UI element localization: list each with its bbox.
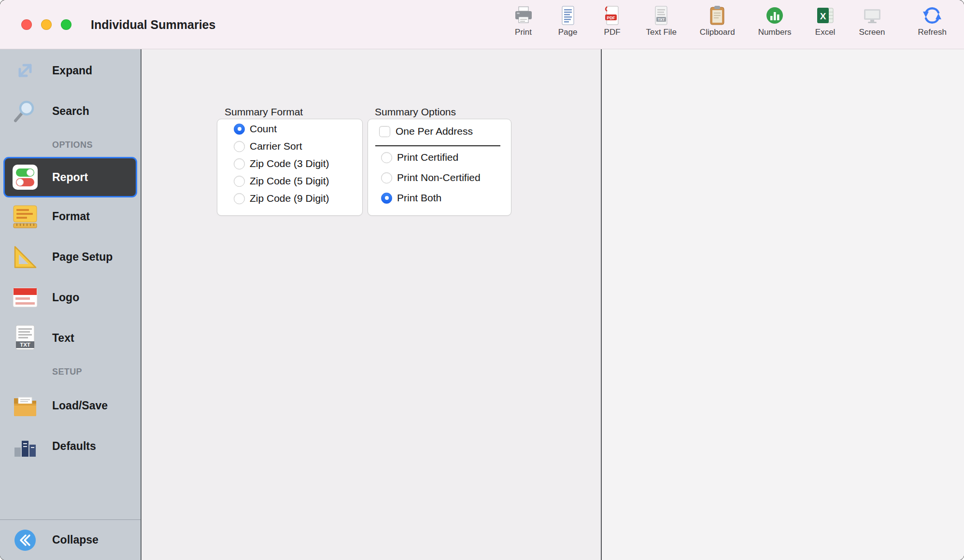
sidebar-item-load-save[interactable]: Load/Save (0, 385, 141, 426)
sidebar-text-label: Text (52, 332, 74, 345)
toolbar-text-file-label: Text File (646, 28, 677, 37)
radio-count[interactable]: Count (217, 120, 362, 138)
radio-button-icon (234, 124, 245, 135)
radio-zip-9-digit-label: Zip Code (9 Digit) (250, 193, 329, 204)
sidebar-logo-label: Logo (52, 291, 79, 304)
toolbar-page-label: Page (558, 28, 578, 37)
numbers-icon (764, 4, 785, 27)
radio-carrier-sort-label: Carrier Sort (250, 140, 302, 152)
txt-badge-text: TXT (658, 17, 665, 22)
traffic-lights (21, 19, 71, 30)
sidebar-expand-label: Expand (52, 64, 92, 77)
radio-print-non-certified-label: Print Non-Certified (397, 172, 481, 183)
radio-button-icon (234, 158, 245, 169)
pane-divider (601, 49, 602, 560)
radio-button-icon (381, 172, 392, 183)
options-divider (375, 145, 500, 146)
sidebar-page-setup-label: Page Setup (52, 251, 113, 264)
report-toggles-icon (8, 164, 43, 191)
sidebar-item-text[interactable]: TXT Text (0, 318, 141, 358)
app-window: Individual Summaries Print (0, 0, 964, 560)
toolbar-numbers-button[interactable]: Numbers (758, 4, 792, 37)
summary-format-group: Count Carrier Sort Zip Code (3 Digit) Zi… (217, 119, 363, 216)
radio-print-both[interactable]: Print Both (368, 188, 511, 208)
set-square-icon (8, 243, 43, 270)
checkbox-one-per-address[interactable]: One Per Address (368, 125, 511, 138)
toolbar-screen-button[interactable]: Screen (859, 4, 885, 37)
toolbar-page-button[interactable]: Page (557, 4, 579, 37)
clipboard-icon (707, 4, 728, 27)
sidebar-collapse-label: Collapse (52, 533, 99, 546)
page-icon (557, 4, 579, 27)
preview-pane (602, 49, 964, 560)
zoom-window-button[interactable] (61, 19, 71, 30)
radio-zip-3-digit-label: Zip Code (3 Digit) (250, 158, 329, 169)
sidebar-defaults-label: Defaults (52, 440, 96, 453)
defaults-chart-icon (8, 433, 43, 460)
refresh-icon (921, 4, 943, 27)
summary-options-title: Summary Options (375, 106, 456, 118)
text-document-icon: TXT (8, 324, 43, 351)
toolbar-numbers-label: Numbers (758, 28, 792, 37)
minimize-window-button[interactable] (41, 19, 52, 30)
pdf-badge-text: PDF (607, 15, 615, 20)
toolbar-refresh-button[interactable]: Refresh (918, 4, 947, 37)
toolbar-excel-button[interactable]: X Excel (815, 4, 836, 37)
radio-zip-9-digit[interactable]: Zip Code (9 Digit) (217, 190, 362, 207)
toolbar-text-file-button[interactable]: TXT Text File (646, 4, 677, 37)
summary-format-title: Summary Format (225, 106, 303, 118)
toolbar-clipboard-button[interactable]: Clipboard (700, 4, 735, 37)
radio-zip-5-digit[interactable]: Zip Code (5 Digit) (217, 172, 362, 190)
sidebar-load-save-label: Load/Save (52, 399, 108, 412)
close-window-button[interactable] (21, 19, 32, 30)
radio-zip-5-digit-label: Zip Code (5 Digit) (250, 175, 329, 187)
toolbar: Print Page (513, 4, 947, 37)
toolbar-clipboard-label: Clipboard (700, 28, 735, 37)
toolbar-print-button[interactable]: Print (513, 4, 534, 37)
sidebar-item-defaults[interactable]: Defaults (0, 426, 141, 466)
sidebar-item-search[interactable]: Search (0, 91, 141, 131)
sidebar-item-page-setup[interactable]: Page Setup (0, 237, 141, 277)
logo-icon (8, 284, 43, 311)
sidebar-setup-header: SETUP (0, 358, 141, 385)
radio-button-icon (234, 141, 245, 152)
sidebar-item-format[interactable]: Format (0, 196, 141, 237)
sidebar-format-label: Format (52, 210, 90, 223)
radio-button-icon (234, 176, 245, 187)
radio-count-label: Count (250, 123, 277, 135)
toolbar-refresh-label: Refresh (918, 28, 947, 37)
titlebar: Individual Summaries Print (0, 0, 964, 49)
sidebar-item-expand[interactable]: Expand (0, 50, 141, 91)
checkbox-icon (379, 126, 390, 137)
radio-print-certified[interactable]: Print Certified (368, 147, 511, 168)
sidebar-report-label: Report (52, 171, 88, 184)
screen-icon (862, 4, 883, 27)
radio-button-icon (381, 152, 392, 163)
toolbar-pdf-label: PDF (604, 28, 621, 37)
toolbar-print-label: Print (515, 28, 532, 37)
sidebar-options-header: OPTIONS (0, 131, 141, 158)
format-icon (8, 203, 43, 230)
excel-x-text: X (820, 11, 826, 21)
expand-icon (8, 57, 43, 84)
pdf-icon: PDF (602, 4, 623, 27)
checkbox-one-per-address-label: One Per Address (396, 126, 473, 137)
collapse-icon (8, 529, 43, 551)
sidebar-item-report[interactable]: Report (5, 158, 136, 196)
sidebar: Expand Search OPTIONS (0, 49, 142, 560)
sidebar-collapse-button[interactable]: Collapse (0, 519, 141, 560)
sidebar-item-logo[interactable]: Logo (0, 277, 141, 318)
radio-button-icon (381, 193, 392, 204)
excel-icon: X (815, 4, 836, 27)
radio-print-both-label: Print Both (397, 192, 441, 204)
radio-zip-3-digit[interactable]: Zip Code (3 Digit) (217, 155, 362, 172)
radio-print-non-certified[interactable]: Print Non-Certified (368, 168, 511, 188)
radio-carrier-sort[interactable]: Carrier Sort (217, 138, 362, 155)
toolbar-pdf-button[interactable]: PDF PDF (602, 4, 623, 37)
toolbar-screen-label: Screen (859, 28, 885, 37)
text-file-icon: TXT (651, 4, 672, 27)
txt-badge-text: TXT (20, 342, 30, 348)
summary-options-group: One Per Address Print Certified Print No… (368, 119, 511, 216)
folder-icon (8, 392, 43, 419)
sidebar-search-label: Search (52, 105, 89, 118)
